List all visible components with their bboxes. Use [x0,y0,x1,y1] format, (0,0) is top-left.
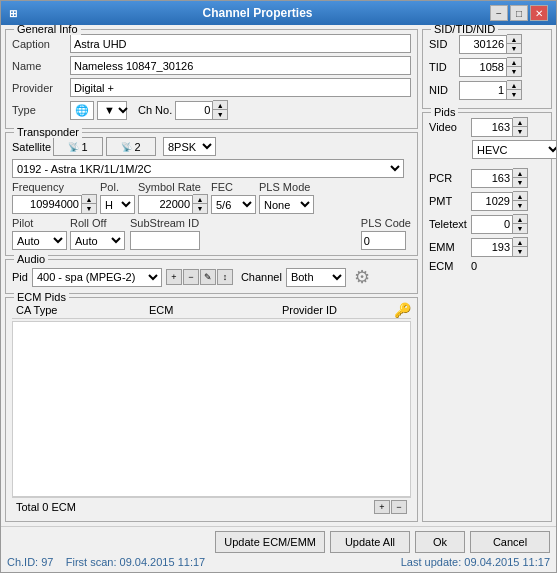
sym-down-btn[interactable]: ▼ [193,204,207,213]
close-button[interactable]: ✕ [530,5,548,21]
audio-remove-btn[interactable]: − [183,269,199,285]
update-ecm-button[interactable]: Update ECM/EMM [215,531,325,553]
maximize-button[interactable]: □ [510,5,528,21]
right-panel: SID/TID/NID SID ▲ ▼ TID [422,29,552,522]
frequency-spinner: ▲ ▼ [12,194,97,214]
sid-label: SID [429,38,457,50]
sat-btn-2[interactable]: 📡 2 [106,137,156,156]
sid-up-btn[interactable]: ▲ [507,35,521,44]
satellite-label: Satellite [12,141,50,153]
main-content: General Info Caption Name Provider Type [1,25,556,526]
sat-btn-1[interactable]: 📡 1 [53,137,103,156]
type-select[interactable]: ▼ [100,102,131,119]
chid-value: 97 [41,556,53,568]
nid-down-btn[interactable]: ▼ [507,90,521,99]
sid-row: SID ▲ ▼ [429,34,545,54]
pcr-up-btn[interactable]: ▲ [513,169,527,178]
rolloff-col: Roll Off Auto0.200.250.35 [70,217,125,250]
video-row: Video ▲ ▼ [429,117,545,137]
emm-up-btn[interactable]: ▲ [513,238,527,247]
pcr-input[interactable] [471,169,513,188]
sid-down-btn[interactable]: ▼ [507,44,521,53]
ecm-total-label: Total 0 ECM [16,501,76,513]
sat-btn-2-label: 2 [134,141,140,153]
pmt-label: PMT [429,195,469,207]
audio-row: Pid 400 - spa (MPEG-2) + − ✎ ↕ Channel B… [12,266,411,288]
video-down-btn[interactable]: ▼ [513,127,527,136]
type-row: Type 🌐 ▼ Ch No. ▲ ▼ [12,100,411,120]
pls-code-input[interactable] [361,231,406,250]
name-input[interactable] [70,56,411,75]
cancel-button[interactable]: Cancel [470,531,550,553]
tid-up-btn[interactable]: ▲ [507,58,521,67]
pilot-row: Pilot AutoOnOff Roll Off Auto0.200.250.3… [12,217,411,250]
audio-pid-select[interactable]: 400 - spa (MPEG-2) [32,268,162,287]
caption-input[interactable] [70,34,411,53]
chno-down-btn[interactable]: ▼ [213,110,227,119]
emm-label: EMM [429,241,469,253]
video-up-btn[interactable]: ▲ [513,118,527,127]
sym-up-btn[interactable]: ▲ [193,195,207,204]
channel-label: Channel [241,271,282,283]
symbol-spinner: ▲ ▼ [138,194,208,214]
ecm-plus-btn[interactable]: + [374,500,390,514]
fec-select[interactable]: 5/63/47/8 [211,195,256,214]
pol-select[interactable]: HVLR [100,195,135,214]
tid-down-btn[interactable]: ▼ [507,67,521,76]
ecm-minus-btn[interactable]: − [391,500,407,514]
audio-edit-btn[interactable]: ✎ [200,269,216,285]
teletext-up-btn[interactable]: ▲ [513,215,527,224]
emm-down-btn[interactable]: ▼ [513,247,527,256]
pmt-up-btn[interactable]: ▲ [513,192,527,201]
pmt-input[interactable] [471,192,513,211]
sid-group: SID/TID/NID SID ▲ ▼ TID [422,29,552,109]
tid-input[interactable] [459,58,507,77]
fec-label: FEC [211,181,256,193]
pls-mode-label: PLS Mode [259,181,411,193]
symbol-input[interactable] [138,195,193,214]
pids-group-label: Pids [431,106,458,118]
rolloff-select[interactable]: Auto0.200.250.35 [70,231,125,250]
ecm-pid-value: 0 [471,260,477,272]
video-input[interactable] [471,118,513,137]
pmt-down-btn[interactable]: ▼ [513,201,527,210]
first-scan-label: First scan: [66,556,117,568]
ecm-table-body [12,321,411,497]
type-dropdown[interactable]: ▼ [97,101,127,120]
frequency-input[interactable] [12,195,82,214]
nid-input[interactable] [459,81,507,100]
audio-group: Audio Pid 400 - spa (MPEG-2) + − ✎ ↕ Cha… [5,259,418,294]
pcr-label: PCR [429,172,469,184]
update-all-button[interactable]: Update All [330,531,410,553]
substreamid-input[interactable] [130,231,200,250]
modulation-select[interactable]: 8PSK QPSK [163,137,216,156]
provider-label: Provider [12,82,67,94]
nid-up-btn[interactable]: ▲ [507,81,521,90]
teletext-down-btn[interactable]: ▼ [513,224,527,233]
chno-input[interactable] [175,101,213,120]
pcr-row: PCR ▲ ▼ [429,168,545,188]
teletext-input[interactable] [471,215,513,234]
substreamid-col: SubStream ID [130,217,200,250]
sid-input[interactable] [459,35,507,54]
channel-select[interactable]: Both Left Right [286,268,346,287]
nid-spin-btns: ▲ ▼ [507,80,522,100]
provider-input[interactable] [70,78,411,97]
chno-up-btn[interactable]: ▲ [213,101,227,110]
emm-input[interactable] [471,238,513,257]
audio-move-btn[interactable]: ↕ [217,269,233,285]
type-label: Type [12,104,67,116]
bottom-bar: Update ECM/EMM Update All Ok Cancel Ch.I… [1,526,556,572]
video-codec-select[interactable]: HEVC MPEG-2 H.264 [472,140,556,159]
ok-button[interactable]: Ok [415,531,465,553]
pol-label: Pol. [100,181,135,193]
pcr-down-btn[interactable]: ▼ [513,178,527,187]
freq-down-btn[interactable]: ▼ [82,204,96,213]
sid-spinner: ▲ ▼ [459,34,522,54]
pilot-select[interactable]: AutoOnOff [12,231,67,250]
minimize-button[interactable]: − [490,5,508,21]
audio-add-btn[interactable]: + [166,269,182,285]
pls-mode-select[interactable]: NoneRootGold [259,195,314,214]
freq-up-btn[interactable]: ▲ [82,195,96,204]
satellite-select[interactable]: 0192 - Astra 1KR/1L/1M/2C [12,159,404,178]
